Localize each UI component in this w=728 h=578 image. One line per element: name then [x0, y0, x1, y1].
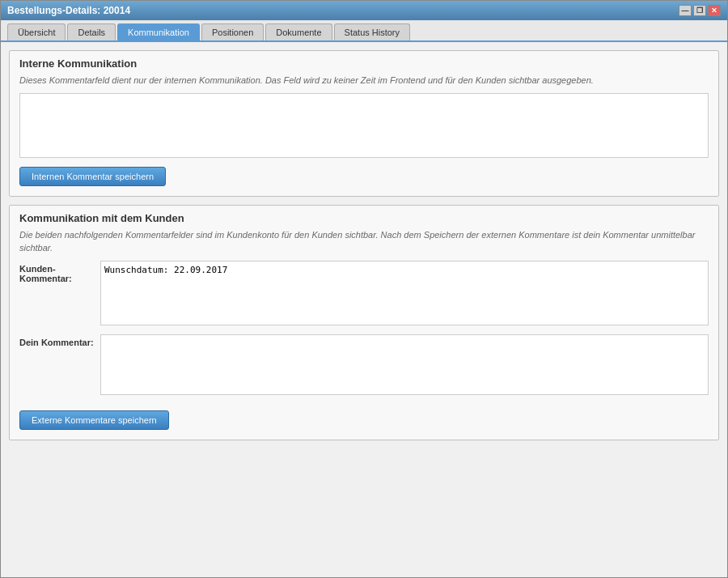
window-controls: — ❐ ✕ — [679, 5, 721, 16]
customer-comment-textarea[interactable]: Wunschdatum: 22.09.2017 — [100, 261, 709, 325]
customer-comment-field: Wunschdatum: 22.09.2017 — [100, 261, 709, 328]
title-bar: Bestellungs-Details: 20014 — ❐ ✕ — [1, 1, 727, 20]
tab-details[interactable]: Details — [67, 23, 116, 40]
close-button[interactable]: ✕ — [708, 5, 721, 16]
save-external-comments-button[interactable]: Externe Kommentare speichern — [19, 410, 169, 430]
minimize-button[interactable]: — — [679, 5, 692, 16]
external-communication-section: Kommunikation mit dem Kunden Die beiden … — [9, 205, 719, 440]
internal-section-title: Interne Kommunikation — [19, 57, 709, 70]
restore-button[interactable]: ❐ — [693, 5, 706, 16]
tab-kommunikation[interactable]: Kommunikation — [117, 23, 200, 40]
tab-dokumente[interactable]: Dokumente — [265, 23, 332, 40]
customer-comment-row: Kunden-Kommentar: Wunschdatum: 22.09.201… — [19, 261, 709, 328]
external-section-title: Kommunikation mit dem Kunden — [19, 212, 709, 224]
tab-ubersicht[interactable]: Übersicht — [7, 23, 66, 40]
internal-comment-textarea[interactable] — [19, 93, 709, 158]
tab-positionen[interactable]: Positionen — [201, 23, 264, 40]
save-internal-comment-button[interactable]: Internen Kommentar speichern — [19, 167, 166, 186]
main-content: Interne Kommunikation Dieses Kommentarfe… — [1, 42, 727, 577]
my-comment-field — [100, 334, 709, 397]
internal-communication-section: Interne Kommunikation Dieses Kommentarfe… — [9, 50, 719, 197]
main-window: Bestellungs-Details: 20014 — ❐ ✕ Übersic… — [0, 0, 728, 578]
window-title: Bestellungs-Details: 20014 — [7, 5, 130, 16]
internal-section-desc: Dieses Kommentarfeld dient nur der inter… — [19, 74, 709, 87]
my-comment-label: Dein Kommentar: — [19, 334, 100, 347]
external-section-desc: Die beiden nachfolgenden Kommentarfelder… — [19, 229, 709, 254]
my-comment-textarea[interactable] — [100, 334, 709, 395]
tab-bar: Übersicht Details Kommunikation Position… — [1, 20, 727, 42]
customer-comment-label: Kunden-Kommentar: — [19, 261, 100, 283]
my-comment-row: Dein Kommentar: — [19, 334, 709, 397]
tab-status-history[interactable]: Status History — [334, 23, 410, 40]
